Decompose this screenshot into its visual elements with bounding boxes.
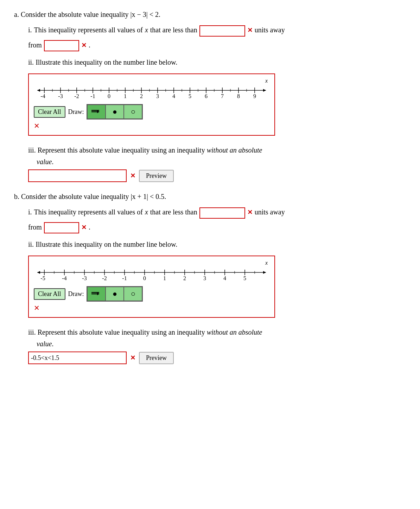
- part-a-iii-dot: .: [52, 158, 53, 166]
- part-b-iii-label2: value.: [28, 340, 406, 348]
- part-b-iii-dot: .: [52, 340, 53, 348]
- part-b-sub-ii: ii. Illustrate this inequality on the nu…: [28, 240, 406, 321]
- svg-text:-1: -1: [90, 93, 95, 99]
- part-b-i-redx1: ✕: [247, 207, 253, 218]
- part-a-ii-label: ii. Illustrate this inequality on the nu…: [28, 58, 406, 66]
- svg-text:0: 0: [143, 275, 146, 281]
- part-a-i-label: i.: [28, 24, 32, 36]
- svg-text:7: 7: [221, 93, 224, 99]
- svg-text:-4: -4: [40, 93, 45, 99]
- svg-text:3: 3: [156, 93, 159, 99]
- part-a-dot-open-icon: ○: [131, 107, 135, 116]
- part-b-clear-all-button[interactable]: Clear All: [34, 288, 65, 300]
- part-a-arrow-icon: [90, 107, 103, 116]
- part-a-iii-italic2: value: [37, 158, 52, 166]
- part-b-i-from: from: [28, 221, 42, 233]
- part-b-draw-tools: ● ○: [87, 286, 143, 302]
- part-b-draw-dot-tool[interactable]: ●: [106, 287, 124, 301]
- part-a-ii-num: ii.: [28, 58, 34, 66]
- part-a-clear-all-button[interactable]: Clear All: [34, 106, 65, 118]
- part-b-i-label: i.: [28, 206, 32, 218]
- part-a-iii-preview-area: ✕ Preview: [28, 169, 406, 182]
- part-a-iii-redx: ✕: [130, 172, 135, 180]
- svg-marker-2: [263, 89, 266, 92]
- part-b-dot-filled-icon: ●: [113, 289, 117, 298]
- part-b-numberline: x -5 -4 -3: [34, 260, 269, 281]
- part-a-iii-label2: value.: [28, 158, 406, 166]
- part-a-label: a. Consider the absolute value inequalit…: [14, 11, 406, 19]
- part-a-iii-italic1: without an absolute: [207, 146, 262, 154]
- part-b-i-text3: units away: [255, 206, 285, 218]
- svg-text:6: 6: [205, 93, 208, 99]
- part-b-iii-text1: Represent this absolute value inequality…: [38, 328, 207, 336]
- part-b-iii-preview-area: ✕ Preview: [28, 352, 406, 364]
- part-b-sub-iii: iii. Represent this absolute value inequ…: [28, 328, 406, 364]
- part-a-i-row2: from ✕ .: [28, 39, 406, 52]
- part-b-draw-open-dot-tool[interactable]: ○: [124, 287, 142, 301]
- part-b-ii-text: Illustrate this inequality on the number…: [36, 240, 177, 248]
- part-a-numberline-container: x -4 -3 -2: [28, 73, 275, 136]
- part-a-sub-i: i. This inequality represents all values…: [28, 24, 406, 51]
- part-a-i-input1[interactable]: [199, 25, 245, 37]
- part-b-i-row2: from ✕ .: [28, 221, 406, 234]
- svg-text:1: 1: [163, 275, 166, 281]
- part-a-i-redx2: ✕: [81, 40, 87, 51]
- part-a: a. Consider the absolute value inequalit…: [14, 11, 406, 182]
- part-b-error-x: ✕: [34, 304, 269, 312]
- part-a-numberline-svg: x -4 -3 -2: [34, 78, 269, 101]
- part-a-toolbar: Clear All Draw: ● ○: [34, 104, 269, 120]
- part-b-numberline-svg: x -5 -4 -3: [34, 260, 269, 283]
- svg-text:4: 4: [223, 275, 226, 281]
- part-b-arrow-icon: [90, 289, 103, 298]
- part-a-iii-num: iii.: [28, 146, 36, 154]
- part-a-dot-filled-icon: ●: [113, 107, 117, 116]
- part-a-draw-dot-tool[interactable]: ●: [106, 105, 124, 119]
- part-b-i-dot: .: [89, 221, 90, 233]
- part-a-ii-text: Illustrate this inequality on the number…: [36, 58, 177, 66]
- part-b-i-text2: that are less than: [150, 206, 197, 218]
- part-b-sub-i: i. This inequality represents all values…: [28, 206, 406, 233]
- part-b-iii-input[interactable]: [28, 352, 127, 364]
- svg-text:2: 2: [140, 93, 143, 99]
- part-b-ii-num: ii.: [28, 240, 34, 248]
- part-a-i-dot: .: [89, 39, 90, 51]
- part-a-draw-arrow-tool[interactable]: [87, 105, 106, 119]
- part-a-i-redx1: ✕: [247, 25, 253, 36]
- part-b-dot-open-icon: ○: [131, 289, 135, 298]
- svg-text:9: 9: [253, 93, 256, 99]
- part-a-i-text3: units away: [255, 24, 285, 36]
- svg-text:8: 8: [237, 93, 240, 99]
- svg-text:-2: -2: [74, 93, 79, 99]
- part-b-ii-label: ii. Illustrate this inequality on the nu…: [28, 240, 406, 249]
- part-a-iii-label: iii. Represent this absolute value inequ…: [28, 146, 406, 154]
- svg-text:4: 4: [172, 93, 175, 99]
- part-b-i-redx2: ✕: [81, 223, 87, 233]
- part-a-i-text1: This inequality represents all values of: [34, 24, 143, 36]
- part-b-label: b. Consider the absolute value inequalit…: [14, 193, 406, 201]
- part-a-iii-input[interactable]: [28, 169, 127, 182]
- part-b-toolbar: Clear All Draw: ● ○: [34, 286, 269, 302]
- part-a-error-x: ✕: [34, 122, 269, 130]
- part-a-iii-preview-button[interactable]: Preview: [139, 170, 174, 182]
- svg-text:-4: -4: [62, 275, 66, 281]
- part-b-i-input1[interactable]: [199, 207, 245, 219]
- svg-text:5: 5: [189, 93, 191, 99]
- svg-text:-3: -3: [82, 275, 87, 281]
- svg-text:-2: -2: [102, 275, 107, 281]
- svg-text:-5: -5: [40, 275, 45, 281]
- part-b-iii-num: iii.: [28, 328, 36, 336]
- part-b-draw-arrow-tool[interactable]: [87, 287, 106, 301]
- part-b: b. Consider the absolute value inequalit…: [14, 193, 406, 364]
- svg-marker-50: [263, 271, 266, 274]
- part-a-i-xvar: x: [145, 24, 148, 36]
- svg-marker-51: [37, 271, 40, 274]
- svg-text:0: 0: [108, 93, 110, 99]
- svg-text:2: 2: [183, 275, 186, 281]
- part-b-numberline-container: x -5 -4 -3: [28, 256, 275, 318]
- svg-text:5: 5: [243, 275, 246, 281]
- svg-text:x: x: [265, 78, 268, 84]
- part-b-iii-preview-button[interactable]: Preview: [139, 352, 174, 364]
- part-b-i-input2[interactable]: [44, 222, 79, 233]
- part-a-draw-open-dot-tool[interactable]: ○: [124, 105, 142, 119]
- part-a-i-input2[interactable]: [44, 40, 79, 51]
